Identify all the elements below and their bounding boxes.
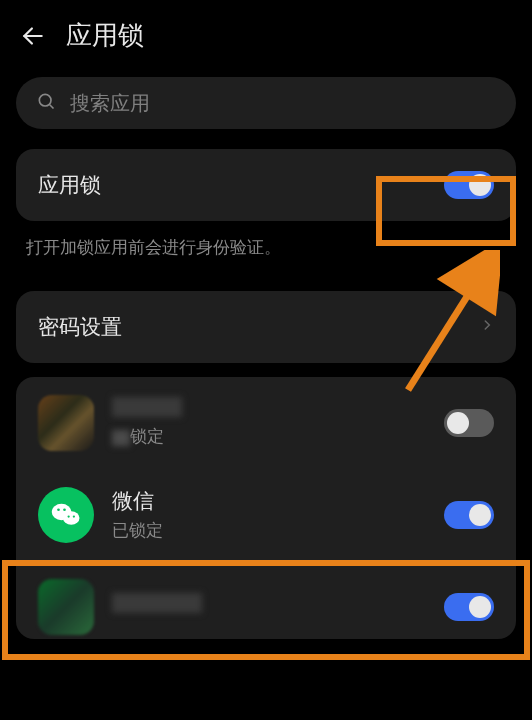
chevron-right-icon [480,315,494,339]
app-lock-status: 已锁定 [112,519,426,542]
master-toggle-row: 应用锁 [16,149,516,221]
svg-point-1 [39,94,51,106]
master-toggle[interactable] [444,171,494,199]
search-placeholder: 搜索应用 [70,90,150,117]
app-toggle[interactable] [444,501,494,529]
list-item [16,561,516,639]
wechat-icon [38,487,94,543]
password-settings-label: 密码设置 [38,313,122,341]
app-toggle[interactable] [444,593,494,621]
app-name [112,593,202,613]
app-name: 微信 [112,487,426,515]
password-settings-row[interactable]: 密码设置 [16,291,516,363]
page-title: 应用锁 [66,18,144,53]
app-toggle[interactable] [444,409,494,437]
svg-point-6 [63,508,66,511]
search-input[interactable]: 搜索应用 [16,77,516,129]
app-icon [38,395,94,451]
app-lock-status: 锁定 [112,425,426,448]
helper-text: 打开加锁应用前会进行身份验证。 [26,235,506,261]
svg-point-5 [57,508,60,511]
list-item: 锁定 [16,377,516,469]
search-icon [36,91,56,115]
svg-point-7 [68,515,70,517]
svg-line-2 [50,105,54,109]
master-toggle-label: 应用锁 [38,171,101,199]
app-name [112,397,182,417]
svg-point-8 [73,515,75,517]
svg-point-4 [63,511,80,525]
back-icon[interactable] [20,23,46,49]
list-item-wechat: 微信 已锁定 [16,469,516,561]
app-list: 锁定 微信 已锁定 [16,377,516,639]
app-icon [38,579,94,635]
